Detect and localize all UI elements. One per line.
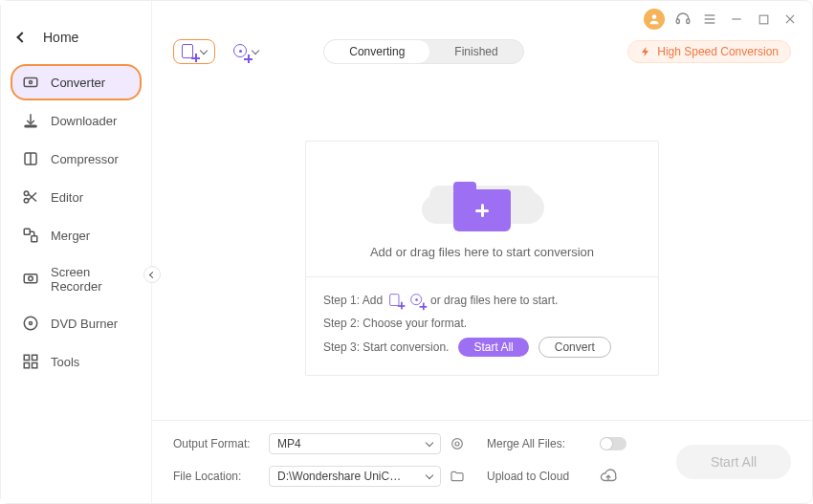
- convert-chip[interactable]: Convert: [538, 337, 611, 358]
- download-icon: [22, 112, 39, 129]
- svg-rect-8: [24, 274, 37, 283]
- merge-label: Merge All Files:: [487, 437, 592, 450]
- add-disc-button[interactable]: [225, 39, 267, 64]
- sidebar-item-dvd-burner[interactable]: DVD Burner: [11, 305, 142, 341]
- sidebar-item-screen-recorder[interactable]: Screen Recorder: [11, 255, 142, 303]
- sidebar: Home Converter Downloader Compressor: [1, 1, 152, 503]
- dropzone-hint: Add or drag files here to start conversi…: [370, 245, 594, 259]
- chevron-down-icon: [426, 471, 433, 478]
- svg-point-26: [452, 439, 463, 449]
- output-settings-button[interactable]: [449, 435, 466, 452]
- high-speed-toggle[interactable]: High Speed Conversion: [627, 40, 791, 63]
- tab-converting[interactable]: Converting: [324, 40, 429, 63]
- svg-rect-18: [687, 19, 690, 24]
- svg-rect-0: [24, 78, 37, 87]
- plus-icon: [473, 202, 491, 219]
- back-icon: [16, 32, 27, 42]
- file-location-select[interactable]: D:\Wondershare UniConverter 1: [269, 466, 441, 487]
- svg-rect-6: [24, 229, 30, 234]
- svg-point-10: [24, 317, 37, 330]
- dropzone-upper[interactable]: Add or drag files here to start conversi…: [306, 142, 658, 277]
- main-area: Converting Finished High Speed Conversio…: [152, 1, 812, 503]
- step-3: Step 3: Start conversion. Start All Conv…: [323, 335, 641, 360]
- tab-finished[interactable]: Finished: [429, 40, 522, 63]
- brand-label: Home: [43, 30, 78, 45]
- start-all-button[interactable]: Start All: [676, 445, 791, 479]
- sidebar-item-label: Downloader: [51, 114, 117, 128]
- output-format-select[interactable]: MP4: [269, 433, 441, 454]
- add-file-icon: [389, 294, 403, 307]
- svg-point-27: [455, 442, 459, 446]
- sidebar-item-tools[interactable]: Tools: [11, 343, 142, 380]
- svg-rect-14: [24, 363, 29, 368]
- svg-rect-17: [676, 19, 679, 24]
- step-2-text: Step 2: Choose your format.: [323, 317, 467, 330]
- high-speed-label: High Speed Conversion: [657, 45, 779, 58]
- sidebar-item-compressor[interactable]: Compressor: [11, 141, 142, 177]
- start-all-chip[interactable]: Start All: [458, 338, 528, 357]
- step-1-text-b: or drag files here to start.: [430, 294, 558, 307]
- upload-cloud-label: Upload to Cloud: [487, 470, 592, 483]
- minimize-button[interactable]: [728, 11, 745, 28]
- sidebar-item-merger[interactable]: Merger: [11, 217, 142, 253]
- svg-rect-15: [33, 363, 37, 368]
- bolt-icon: [640, 45, 651, 58]
- add-file-icon: [182, 44, 197, 59]
- output-format-value: MP4: [277, 437, 301, 450]
- add-disc-icon: [410, 294, 424, 307]
- svg-rect-2: [25, 125, 36, 127]
- compressor-icon: [22, 150, 39, 167]
- svg-point-16: [652, 14, 657, 19]
- close-button[interactable]: [781, 11, 799, 28]
- dropzone[interactable]: Add or drag files here to start conversi…: [305, 141, 659, 376]
- toolbar: Converting Finished High Speed Conversio…: [152, 30, 812, 72]
- svg-point-11: [30, 322, 33, 325]
- workspace: Add or drag files here to start conversi…: [152, 72, 812, 420]
- scissors-icon: [22, 188, 39, 206]
- record-icon: [22, 271, 39, 288]
- step-3-text: Step 3: Start conversion.: [323, 340, 449, 354]
- merge-icon: [22, 227, 39, 244]
- sidebar-item-label: Tools: [51, 355, 79, 369]
- step-1-text-a: Step 1: Add: [323, 294, 383, 307]
- sidebar-item-label: Compressor: [51, 152, 119, 166]
- grid-icon: [22, 353, 39, 370]
- support-icon[interactable]: [674, 11, 692, 28]
- svg-rect-7: [32, 236, 37, 242]
- file-location-label: File Location:: [173, 470, 261, 483]
- sidebar-item-label: DVD Burner: [51, 317, 118, 331]
- file-location-value: D:\Wondershare UniConverter 1: [277, 470, 402, 483]
- step-2: Step 2: Choose your format.: [323, 312, 641, 335]
- converter-icon: [22, 74, 39, 91]
- svg-rect-23: [759, 15, 768, 24]
- sidebar-item-downloader[interactable]: Downloader: [11, 102, 142, 139]
- merge-toggle[interactable]: [600, 437, 626, 450]
- sidebar-item-label: Screen Recorder: [51, 265, 130, 294]
- user-avatar[interactable]: [644, 9, 665, 30]
- svg-rect-12: [24, 355, 29, 360]
- maximize-button[interactable]: [755, 11, 772, 28]
- svg-point-1: [30, 81, 33, 84]
- sidebar-nav: Converter Downloader Compressor Editor: [1, 64, 151, 380]
- chevron-down-icon: [252, 46, 259, 54]
- home-header[interactable]: Home: [1, 30, 151, 62]
- step-1: Step 1: Add or drag files here to start.: [323, 289, 641, 312]
- status-tabs: Converting Finished: [323, 39, 523, 64]
- menu-icon[interactable]: [701, 11, 718, 28]
- upload-cloud-button[interactable]: [600, 468, 617, 485]
- sidebar-item-editor[interactable]: Editor: [11, 179, 142, 215]
- chevron-down-icon: [200, 46, 208, 54]
- titlebar: [152, 1, 812, 30]
- svg-point-9: [29, 276, 33, 281]
- sidebar-item-converter[interactable]: Converter: [11, 64, 142, 100]
- output-format-label: Output Format:: [173, 437, 261, 450]
- sidebar-item-label: Editor: [51, 190, 83, 205]
- dropzone-steps: Step 1: Add or drag files here to start.…: [306, 277, 658, 375]
- sidebar-item-label: Converter: [51, 76, 105, 90]
- add-file-button[interactable]: [173, 39, 215, 64]
- disc-icon: [22, 315, 39, 332]
- svg-rect-13: [33, 355, 37, 360]
- open-folder-button[interactable]: [449, 468, 466, 485]
- svg-point-5: [24, 199, 29, 204]
- chevron-down-icon: [426, 438, 433, 446]
